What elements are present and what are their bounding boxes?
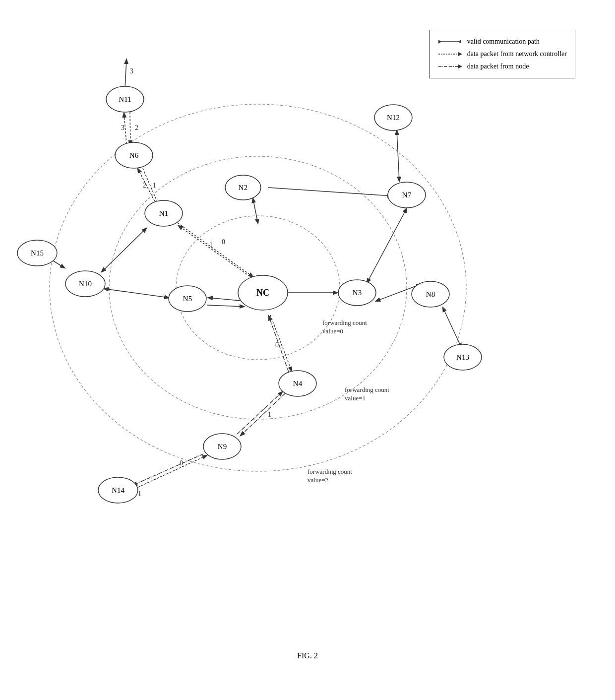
node-n13-label: N13	[456, 353, 469, 361]
svg-line-35	[241, 393, 285, 436]
node-n6-label: N6	[129, 151, 139, 159]
node-n14-label: N14	[112, 486, 124, 494]
node-nc-label: NC	[256, 288, 269, 298]
node-n3-label: N3	[353, 289, 362, 297]
node-n10-label: N10	[79, 280, 92, 288]
svg-line-36	[237, 392, 282, 434]
node-n9-label: N9	[218, 443, 227, 450]
seq-label-2b: 2	[143, 182, 146, 189]
svg-line-24	[253, 198, 258, 223]
svg-line-16	[397, 130, 399, 181]
figure-caption-text: FIG. 2	[297, 651, 318, 660]
svg-line-27	[175, 221, 253, 277]
svg-line-38	[135, 455, 207, 489]
node-n11-label: N11	[119, 95, 131, 103]
node-n2-label: N2	[239, 184, 247, 191]
fwd-count-1-line2: value=1	[345, 394, 366, 402]
fwd-count-0-line1: forwarding count	[322, 319, 367, 326]
svg-line-21	[104, 289, 169, 298]
svg-line-33	[270, 315, 292, 371]
svg-line-31	[130, 112, 130, 145]
fwd-count-2-line2: value=2	[308, 476, 328, 484]
node-n7-label: N7	[402, 191, 412, 199]
page-container: valid communication path data packet fro…	[0, 0, 615, 700]
svg-line-32	[125, 60, 126, 88]
node-n1-label: N1	[159, 209, 168, 217]
svg-line-34	[269, 316, 289, 372]
seq-label-3a: 3	[130, 67, 133, 75]
node-n8-label: N8	[426, 290, 435, 298]
seq-label-0b: 0	[275, 341, 279, 349]
svg-line-20	[102, 228, 146, 272]
fwd-count-2-line1: forwarding count	[308, 468, 352, 475]
seq-label-1a: 1	[153, 182, 156, 189]
svg-line-15	[367, 208, 407, 283]
fwd-count-1-line1: forwarding count	[345, 386, 389, 393]
seq-label-1b: 1	[209, 241, 213, 248]
seq-label-1c: 1	[268, 411, 271, 418]
node-n12-label: N12	[387, 114, 400, 122]
seq-label-2a: 2	[135, 124, 138, 131]
seq-label-1d: 1	[138, 490, 141, 498]
seq-label-0c: 0	[180, 459, 183, 467]
svg-line-23	[207, 305, 244, 307]
svg-line-26	[179, 226, 255, 280]
fwd-count-0-line2: value=0	[322, 327, 343, 335]
svg-line-18	[443, 308, 461, 347]
network-diagram: NC N1 N2 N3 N4 N5 N6 N7 N8 N9 N10 N	[0, 0, 615, 670]
seq-label-0a: 0	[222, 238, 225, 246]
node-n5-label: N5	[183, 295, 192, 303]
svg-line-37	[133, 454, 203, 485]
svg-line-25	[268, 188, 392, 196]
node-n4-label: N4	[293, 380, 303, 387]
node-n15-label: N15	[31, 249, 44, 257]
seq-label-3b: 3	[121, 124, 124, 131]
figure-caption: FIG. 2	[297, 651, 318, 660]
